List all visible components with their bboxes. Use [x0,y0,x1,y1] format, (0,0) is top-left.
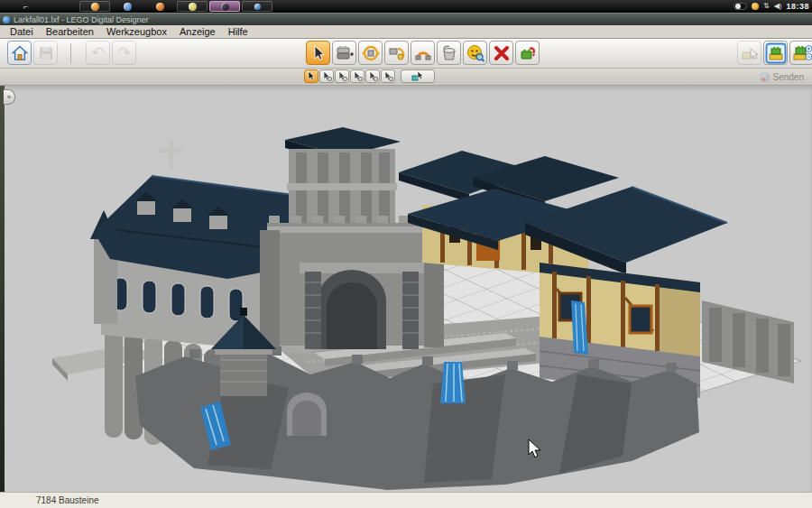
file-tool-group [7,41,58,65]
menu-anzeige[interactable]: Anzeige [173,26,222,37]
yellow-orb-icon [189,3,197,11]
subtool-badge [389,77,393,81]
menu-datei[interactable]: Datei [4,26,40,37]
system-tray: ⇅ ◀) 18:38 [734,0,809,13]
build-tool-group [306,41,540,65]
build-mode-button [737,41,761,65]
firefox-launcher-icon[interactable] [144,1,175,12]
network-icon[interactable]: ⇅ [763,3,770,10]
blue-dot-launcher-icon[interactable] [242,1,272,12]
undo-icon: ↶ [91,45,104,60]
subtool-badge [358,77,363,81]
home-button[interactable] [7,41,32,65]
display-toggle-icon[interactable] [734,3,747,10]
menubar: Datei Bearbeiten Werkzeugbox Anzeige Hil… [0,25,812,39]
window-title: Larkfall01.lxf - LEGO Digital Designer [14,15,149,24]
multi-select-drag-button[interactable] [401,69,435,83]
send-button: Senden [756,69,807,84]
panel-corner-icon[interactable]: ⌐ [23,3,28,11]
church-cross [160,140,182,169]
inverse-select-button[interactable] [381,69,395,83]
send-label: Senden [773,72,804,82]
redo-icon: ↷ [117,45,130,60]
hide-tool-button[interactable] [463,41,487,65]
paint-bucket-icon [439,43,459,63]
flex-icon [413,43,433,63]
view-mode-icon [765,42,787,64]
notifications-icon[interactable] [752,3,759,10]
redo-button: ↷ [112,41,136,65]
building-guide-mode-button[interactable] [789,41,812,65]
chrome-icon [91,3,99,11]
chrome-launcher-icon[interactable] [79,1,110,12]
blue-orb-icon [124,3,132,11]
window-titlebar: Larkfall01.lxf - LEGO Digital Designer [0,13,812,25]
subtool-badge [343,77,347,81]
select-tool-button[interactable] [306,41,330,65]
shape-select-button[interactable] [365,69,380,83]
building-guide-icon [791,42,812,64]
mode-group [737,41,812,65]
shape-color-select-button[interactable] [350,69,364,83]
delete-tool-button[interactable] [489,41,513,65]
minifig-magnifier-icon [466,43,485,63]
hinge-rotate-icon [361,43,381,63]
timber-house [525,187,727,398]
main-toolbar: ↶ ↷ [0,39,812,69]
single-select-icon [307,71,316,81]
undo-button: ↶ [86,41,110,65]
connected-select-button[interactable] [319,69,334,83]
subtool-badge [374,77,378,81]
menu-bearbeiten[interactable]: Bearbeiten [40,26,100,37]
launcher-area [79,0,272,13]
send-globe-icon [760,72,770,82]
paint-tool-button[interactable] [437,41,461,65]
explode-tool-button[interactable] [515,41,540,65]
history-tool-group: ↶ ↷ [86,41,136,65]
home-icon [11,44,29,62]
brick-count: 7184 Bausteine [36,495,99,505]
lego-castle-scene [0,86,812,492]
statusbar: 7184 Bausteine [0,492,812,508]
subtool-badge [328,77,332,81]
clone-bricks-icon [335,43,355,63]
delete-x-icon [493,44,511,62]
viewport-3d-canvas[interactable]: » [0,86,812,492]
blue-dot-icon [254,4,261,10]
hinge-tool-button[interactable] [358,41,383,65]
save-icon [38,45,54,61]
explode-brick-icon [518,43,538,63]
build-mode-icon [740,43,760,63]
volume-icon[interactable]: ◀) [774,3,782,10]
selection-subtool-group [304,69,395,83]
menu-werkzeugbox[interactable]: Werkzeugbox [100,26,173,37]
brick-palette-strip [0,86,5,492]
active-app-launcher-icon[interactable] [209,1,240,12]
hinge-align-icon [387,43,407,63]
desktop-taskbar: ⌐ ⇅ ◀) 18:38 [0,0,812,13]
clock: 18:38 [786,2,809,11]
color-select-button[interactable] [335,69,349,83]
menu-hilfe[interactable]: Hilfe [222,26,254,37]
drag-select-icon [411,71,424,82]
toolbar-separator [70,43,71,63]
select-arrow-icon [309,44,328,62]
app-icon [3,16,10,23]
clone-tool-button[interactable] [332,41,356,65]
active-app-icon [221,3,229,11]
save-button [33,41,58,65]
castle-keep [260,127,444,349]
firefox-icon [156,3,164,11]
sub-toolbar: Senden [0,69,812,86]
view-mode-button[interactable] [763,41,788,65]
blue-orb-launcher-icon[interactable] [112,1,143,12]
flex-tool-button[interactable] [411,41,435,65]
hinge-align-tool-button[interactable] [384,41,409,65]
single-select-button[interactable] [304,69,318,83]
yellow-orb-launcher-icon[interactable] [177,1,208,12]
